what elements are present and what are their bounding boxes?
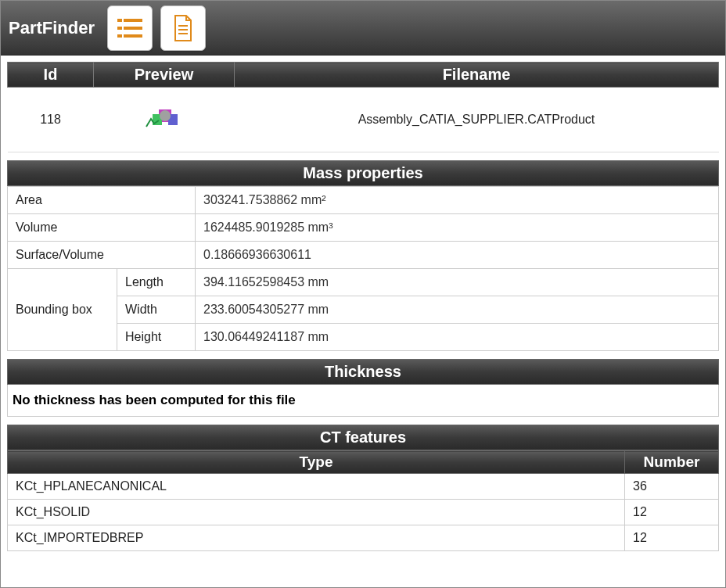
col-preview[interactable]: Preview (94, 63, 235, 88)
app-title: PartFinder (9, 18, 95, 38)
file-header-table: Id Preview Filename 118 (7, 62, 719, 152)
section-thickness: Thickness (7, 359, 719, 385)
ct-col-type[interactable]: Type (8, 451, 625, 474)
svg-rect-3 (124, 27, 142, 30)
ct-type: KCt_HPLANECANONICAL (8, 474, 625, 500)
bbox-length-value: 394.11652598453 mm (196, 269, 719, 296)
bbox-width-value: 233.60054305277 mm (196, 296, 719, 324)
bbox-height-label: Height (117, 324, 196, 351)
list-icon (114, 13, 146, 44)
svg-rect-6 (178, 25, 188, 27)
volume-label: Volume (8, 214, 196, 242)
section-mass-properties: Mass properties (7, 160, 719, 186)
part-thumbnail-icon (137, 99, 192, 138)
ct-number: 12 (625, 500, 719, 525)
svg-rect-5 (124, 34, 142, 38)
list-view-button[interactable] (107, 5, 153, 51)
area-value: 303241.7538862 mm² (196, 187, 719, 214)
ct-type: KCt_IMPORTEDBREP (8, 525, 625, 551)
col-filename[interactable]: Filename (235, 63, 719, 88)
thickness-note: No thickness has been computed for this … (7, 385, 719, 417)
svg-rect-0 (117, 19, 122, 22)
ct-number: 36 (625, 474, 719, 500)
svg-rect-4 (117, 34, 122, 38)
surfvol-label: Surface/Volume (8, 242, 196, 269)
app-window: PartFinder (0, 0, 726, 588)
file-name: Assembly_CATIA_SUPPLIER.CATProduct (235, 88, 719, 152)
bbox-length-label: Length (117, 269, 196, 296)
svg-rect-8 (178, 33, 188, 34)
document-icon (167, 13, 199, 44)
volume-value: 1624485.9019285 mm³ (196, 214, 719, 242)
content-scroll-area[interactable]: Id Preview Filename 118 (1, 56, 725, 587)
ct-col-number[interactable]: Number (625, 451, 719, 474)
area-label: Area (8, 187, 196, 214)
ct-row: KCt_HPLANECANONICAL 36 (8, 474, 719, 500)
ct-number: 12 (625, 525, 719, 551)
svg-rect-7 (178, 29, 188, 30)
file-row[interactable]: 118 Assembly_CATIA_SUPPLIER.CATProduct (8, 88, 719, 152)
bbox-width-label: Width (117, 296, 196, 324)
file-preview-cell (94, 88, 235, 152)
col-id[interactable]: Id (8, 63, 94, 88)
document-view-button[interactable] (160, 5, 206, 51)
svg-point-12 (160, 110, 171, 121)
ct-features-table: Type Number KCt_HPLANECANONICAL 36 KCt_H… (7, 450, 719, 551)
file-id: 118 (8, 88, 94, 152)
mass-properties-table: Area 303241.7538862 mm² Volume 1624485.9… (7, 186, 719, 351)
toolbar: PartFinder (1, 1, 725, 56)
section-ct-features: CT features (7, 425, 719, 450)
bbox-height-value: 130.06449241187 mm (196, 324, 719, 351)
surfvol-value: 0.18666936630611 (196, 242, 719, 269)
svg-rect-1 (124, 19, 142, 22)
ct-row: KCt_HSOLID 12 (8, 500, 719, 525)
ct-row: KCt_IMPORTEDBREP 12 (8, 525, 719, 551)
bbox-label: Bounding box (8, 269, 117, 351)
ct-type: KCt_HSOLID (8, 500, 625, 525)
svg-rect-2 (117, 27, 122, 30)
